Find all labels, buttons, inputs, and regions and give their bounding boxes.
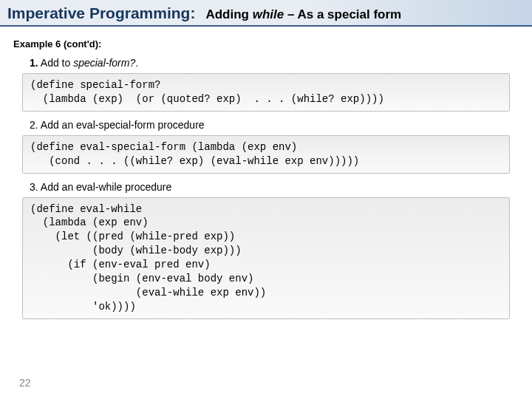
step-3-heading: 3. Add an eval-while procedure: [30, 181, 519, 193]
title-right-pre: Adding: [205, 7, 252, 21]
step-2-num: 2.: [30, 119, 38, 131]
title-right-post: – As a special form: [284, 7, 401, 21]
step-1-em: special-form?: [73, 57, 135, 69]
step-2-heading: 2. Add an eval-special-form procedure: [30, 119, 519, 131]
title-right-em: while: [253, 7, 284, 21]
example-label: Example 6 (cont'd):: [13, 38, 519, 50]
title-right: Adding while – As a special form: [205, 7, 401, 22]
code-block-2: (define eval-special-form (lambda (exp e…: [22, 135, 510, 174]
title-bar: Imperative Programming: Adding while – A…: [0, 0, 532, 27]
slide-content: Example 6 (cont'd): 1. Add to special-fo…: [0, 27, 532, 319]
step-3-num: 3.: [30, 181, 38, 193]
step-1-pre: Add to: [38, 57, 73, 69]
step-2-pre: Add an eval-special-form procedure: [38, 119, 205, 131]
code-block-1: (define special-form? (lambda (exp) (or …: [22, 73, 510, 112]
step-1-num: 1.: [30, 57, 38, 69]
step-3-pre: Add an eval-while procedure: [38, 181, 172, 193]
step-1-heading: 1. Add to special-form?.: [30, 57, 519, 69]
step-1-post: .: [135, 57, 138, 69]
title-left: Imperative Programming:: [7, 4, 195, 22]
page-number: 22: [19, 377, 31, 389]
code-block-3: (define eval-while (lambda (exp env) (le…: [22, 197, 510, 319]
